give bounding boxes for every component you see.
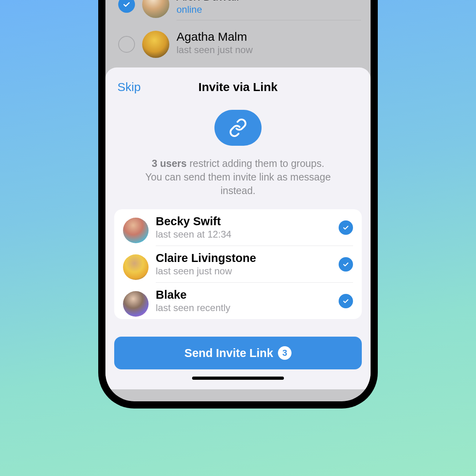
contact-status: last seen just now — [177, 44, 361, 56]
background-contact-list: Alex Duwall online Agatha Malm last seen… — [105, 0, 371, 64]
invite-row[interactable]: Claire Livingstone last seen just now — [114, 246, 362, 283]
sheet-header: Skip Invite via Link — [105, 77, 371, 95]
checkbox-empty[interactable] — [118, 36, 135, 53]
checkbox-selected[interactable] — [339, 257, 353, 272]
info-line-2: You can send them invite link as message… — [145, 171, 331, 196]
avatar — [123, 254, 149, 280]
info-text: 3 users restrict adding them to groups. … — [105, 157, 371, 197]
avatar — [142, 0, 169, 18]
info-bold: 3 users — [152, 158, 187, 169]
avatar — [123, 218, 149, 243]
invite-row[interactable]: Becky Swift last seen at 12:34 — [114, 209, 362, 246]
check-icon — [342, 298, 349, 305]
check-icon — [342, 224, 349, 231]
avatar — [142, 31, 169, 58]
skip-button[interactable]: Skip — [117, 80, 141, 94]
info-line-1: restrict adding them to groups. — [186, 158, 324, 169]
send-invite-button[interactable]: Send Invite Link 3 — [114, 337, 362, 369]
checkbox-selected[interactable] — [118, 0, 135, 13]
checkbox-selected[interactable] — [339, 294, 353, 308]
contact-row[interactable]: Alex Duwall online — [105, 0, 371, 24]
contact-name: Alex Duwall — [177, 0, 361, 3]
phone-frame: Alex Duwall online Agatha Malm last seen… — [98, 0, 378, 409]
invite-status: last seen just now — [156, 266, 339, 277]
contact-name: Agatha Malm — [177, 30, 361, 44]
contact-status: online — [177, 4, 361, 15]
link-icon-container — [105, 110, 371, 146]
invite-row[interactable]: Blake last seen recently — [114, 283, 362, 319]
invite-name: Blake — [156, 288, 339, 301]
invite-contact-list: Becky Swift last seen at 12:34 Claire Li… — [114, 209, 362, 319]
link-icon — [228, 118, 248, 137]
invite-name: Claire Livingstone — [156, 252, 339, 265]
avatar — [123, 291, 149, 317]
contact-info: Alex Duwall online — [177, 0, 361, 20]
check-icon — [342, 261, 349, 268]
send-button-count: 3 — [278, 346, 292, 360]
invite-sheet: Skip Invite via Link 3 users restrict ad… — [105, 67, 371, 389]
phone-screen: Alex Duwall online Agatha Malm last seen… — [105, 0, 371, 401]
invite-status: last seen recently — [156, 302, 339, 313]
send-button-label: Send Invite Link — [184, 347, 273, 360]
invite-status: last seen at 12:34 — [156, 229, 339, 240]
contact-info: Agatha Malm last seen just now — [177, 28, 361, 60]
home-indicator[interactable] — [192, 377, 284, 380]
checkbox-selected[interactable] — [339, 220, 353, 235]
contact-row[interactable]: Agatha Malm last seen just now — [105, 24, 371, 64]
invite-name: Becky Swift — [156, 215, 339, 228]
link-pill[interactable] — [214, 110, 262, 146]
check-icon — [122, 0, 131, 9]
sheet-title: Invite via Link — [117, 80, 359, 94]
